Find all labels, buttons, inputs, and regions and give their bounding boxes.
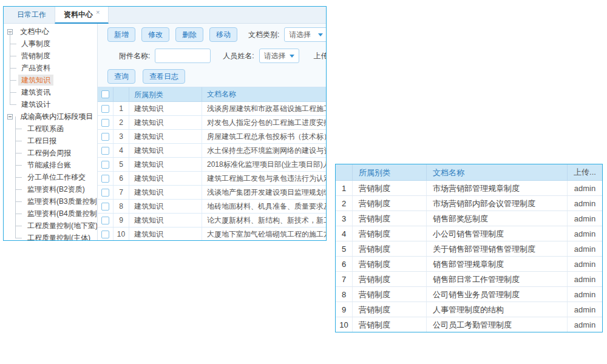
tree-node-label: 建筑知识 [18,75,53,86]
row-category: 营销制度 [353,181,427,195]
tree-node-label: 工程联系函 [24,123,67,134]
row-checkbox[interactable] [101,119,109,127]
marketing-documents-panel: 所属别类 文档名称 上传... 1 营销制度 市场营销部管理规章制度 admin… [335,164,603,332]
doc-category-label: 文档类别: [248,30,279,40]
table-row[interactable]: 8 营销制度 公司销售业务员管理制度 admin [336,287,602,302]
tree-node[interactable]: 文档中心 [4,25,97,38]
query-button[interactable]: 查询 [107,69,135,84]
tree-node-label: 工程质量控制(主体) [24,232,93,240]
add-button[interactable]: 新增 [107,27,135,42]
table-row[interactable]: 2 营销制度 市场营销部内部会议管理制度 admin [336,196,602,211]
row-checkbox[interactable] [101,105,109,113]
uploader-column-header[interactable]: 上传... [568,167,602,178]
category-column-header[interactable]: 所属别类 [353,164,427,180]
tab-daily-work[interactable]: 日常工作 [8,7,55,23]
row-checkbox[interactable] [101,203,109,211]
row-index: 7 [336,272,353,286]
person-name-select[interactable]: 请选择 [259,49,299,63]
row-category: 营销制度 [353,287,427,302]
row-category: 建筑知识 [129,158,202,171]
category-column-header[interactable]: 所属别类 [129,87,202,101]
doc-category-select[interactable]: 请选择 [284,27,326,42]
row-index: 3 [336,211,353,226]
attachment-name-input[interactable] [155,49,211,63]
table-row[interactable]: 1 营销制度 市场营销部管理规章制度 admin [336,181,602,196]
row-uploader: admin [568,275,602,284]
tree-node-label: 监理资料(B2资质) [24,184,88,195]
table-row[interactable]: 3 建筑知识 房屋建筑工程总承包投标书（技术标）... [98,130,326,144]
table-row[interactable]: 1 建筑知识 浅谈房屋建筑和市政基础设施工程施工... [98,102,326,116]
toolbar-row: 新增 修改 删除 移动 文档类别: 请选择 文档名称: [98,24,326,46]
row-checkbox[interactable] [101,147,109,155]
table-row[interactable]: 5 营销制度 关于销售部管理销售管理制度 admin [336,241,602,257]
tree-node-label: 产品资料 [18,62,53,73]
view-log-button[interactable]: 查看日志 [143,69,185,84]
row-checkbox[interactable] [101,175,109,183]
tab-bar: 日常工作 资料中心 × [4,7,326,24]
chevron-down-icon [318,33,323,36]
tree-node[interactable]: 工程质量控制(主体) [4,232,97,240]
table-row[interactable]: 9 营销制度 人事管理制度的结构 admin [336,302,602,317]
documents-table: 所属别类 文档名称 1 建筑知识 浅谈房屋建筑和市政基础设施工程施工... 2 … [98,87,326,240]
close-icon[interactable]: × [96,8,100,16]
row-checkbox[interactable] [101,189,109,197]
tree-node-label: 文档中心 [17,26,52,37]
row-uploader: admin [568,199,602,208]
select-all-checkbox[interactable] [101,90,109,98]
move-button[interactable]: 移动 [209,27,237,42]
row-checkbox[interactable] [101,231,109,238]
table-row[interactable]: 2 建筑知识 对发包人指定分包的工程施工进度安排... [98,116,326,130]
documents-window: 日常工作 资料中心 × 文档中心 人事制度 营销制度 [3,6,327,241]
row-uploader: admin [568,229,602,238]
tree-node[interactable]: 营销制度 [4,50,97,62]
docname-column-header[interactable]: 文档名称 [202,89,326,99]
table-row[interactable]: 5 建筑知识 2018标准化监理项目部(业主项目部)人员... [98,158,326,172]
row-uploader: admin [568,305,602,314]
tree-node-label: 工程日报 [24,135,59,146]
person-name-label: 人员姓名: [223,51,254,61]
row-checkbox[interactable] [101,133,109,141]
tree-node-label: 建筑资讯 [18,87,53,98]
category-tree: 文档中心 人事制度 营销制度 产品资料 建筑知识 [4,24,98,240]
tree-node[interactable]: 建筑知识 [4,74,97,86]
tree-node[interactable]: 建筑设计 [4,98,97,110]
table-row[interactable]: 6 建筑知识 建筑工程施工发包与承包违法行为认定... [98,172,326,186]
table-row[interactable]: 3 营销制度 销售部奖惩制度 admin [336,211,602,226]
row-category: 营销制度 [353,241,427,256]
row-checkbox[interactable] [101,217,109,224]
row-checkbox[interactable] [101,161,109,169]
table-row[interactable]: 6 营销制度 销售部管理规章制度 admin [336,257,602,272]
table-row[interactable]: 4 营销制度 小公司销售管理制度 admin [336,226,602,241]
person-name-value: 请选择 [264,51,286,61]
docname-column-header[interactable]: 文档名称 [427,164,568,180]
row-docname: 人事管理制度的结构 [427,302,568,317]
table-row[interactable]: 4 建筑知识 水土保持生态环境监测网络的建设与资... [98,144,326,158]
table-row[interactable]: 8 建筑知识 地砖地面材料、机具准备、质量要求及... [98,200,326,214]
table-row[interactable]: 7 营销制度 销售部日常工作管理制度 admin [336,272,602,287]
chevron-down-icon [290,55,294,58]
table-row[interactable]: 10 营销制度 公司员工考勤管理制度 admin [336,317,602,332]
table-row[interactable]: 9 建筑知识 论大厦新材料、新结构、新技术，新工... [98,214,326,228]
tab-data-center[interactable]: 资料中心 × [55,7,109,24]
tree-node[interactable]: 人事制度 [4,38,97,50]
tree-node[interactable]: 产品资料 [4,62,97,74]
row-docname: 关于销售部管理销售管理制度 [427,241,568,256]
edit-button[interactable]: 修改 [141,27,169,42]
delete-button[interactable]: 删除 [175,27,203,42]
row-docname: 论大厦新材料、新结构、新技术，新工... [202,215,326,226]
table-row[interactable]: 10 建筑知识 大厦地下室加气砼墙砌筑工程的施工方... [98,228,326,240]
row-uploader: admin [568,184,602,193]
row-index: 9 [114,214,129,227]
row-docname: 小公司销售管理制度 [427,226,568,241]
collapse-icon[interactable] [7,114,13,120]
row-index: 4 [114,144,129,157]
row-docname: 市场营销部管理规章制度 [427,181,568,195]
row-category: 建筑知识 [129,200,202,213]
row-category: 建筑知识 [129,144,202,157]
tree-node[interactable]: 建筑资讯 [4,86,97,98]
row-index: 4 [336,226,353,241]
table-row[interactable]: 7 建筑知识 浅谈地产集团开发建设项目监理规划编... [98,186,326,200]
row-category: 建筑知识 [129,172,202,185]
row-category: 营销制度 [353,211,427,226]
row-category: 建筑知识 [129,116,202,129]
